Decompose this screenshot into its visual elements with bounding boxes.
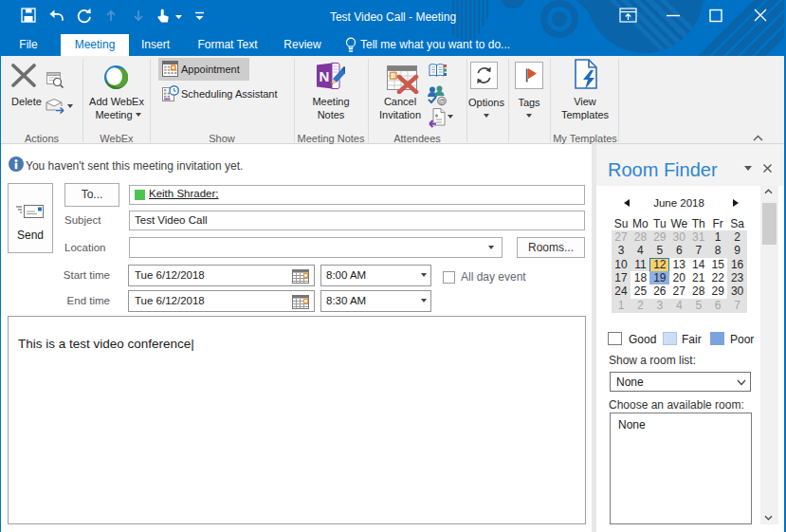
svg-text:@: @ [438, 98, 445, 104]
svg-text:N: N [320, 68, 330, 84]
